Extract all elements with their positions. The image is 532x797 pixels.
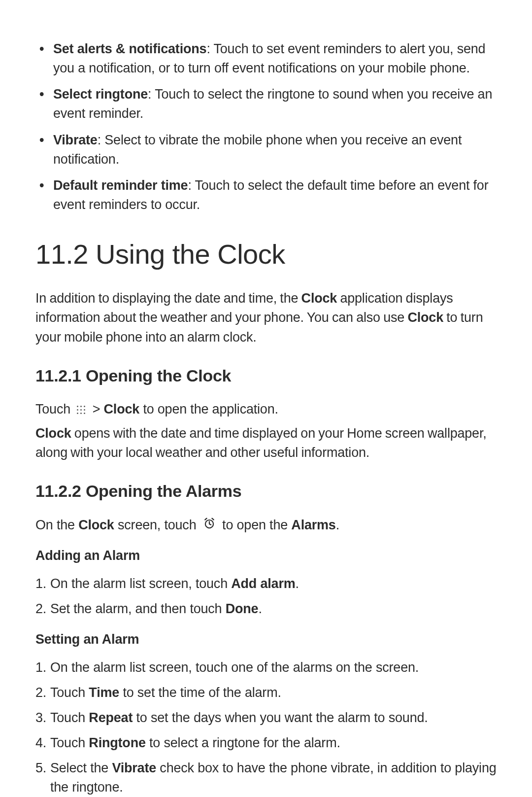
bold-text: Ringtone: [89, 735, 145, 750]
list-item: Set the alarm, and then touch Done.: [35, 599, 497, 619]
bold-text: Time: [89, 685, 119, 700]
text: On the alarm list screen, touch one of t…: [50, 660, 419, 675]
section-heading: 11.2 Using the Clock: [35, 234, 497, 274]
text: .: [258, 601, 262, 616]
setting-alarm-steps: On the alarm list screen, touch one of t…: [35, 658, 497, 797]
item-label: Set alerts & notifications: [53, 41, 206, 56]
settings-list: Set alerts & notifications: Touch to set…: [35, 39, 497, 214]
text: >: [93, 402, 104, 416]
list-item: Default reminder time: Touch to select t…: [35, 176, 497, 214]
list-item: Select the Vibrate check box to have the…: [35, 759, 497, 797]
text: Select the: [50, 761, 112, 775]
text: Touch: [50, 685, 89, 700]
bold-text: Repeat: [89, 710, 133, 725]
item-desc: : Select to vibrate the mobile phone whe…: [53, 133, 462, 167]
text: to open the: [222, 518, 291, 532]
bold-text: Add alarm: [231, 576, 295, 591]
opening-clock-step: Touch > Clock to open the application.: [35, 400, 497, 419]
list-item: On the alarm list screen, touch Add alar…: [35, 574, 497, 593]
bold-text: Done: [226, 601, 259, 616]
item-label: Default reminder time: [53, 178, 188, 193]
list-item: Set alerts & notifications: Touch to set…: [35, 39, 497, 78]
opening-alarms-step: On the Clock screen, touch to open the A…: [35, 516, 497, 535]
bold-text: Vibrate: [112, 761, 156, 775]
bold-text: Clock: [78, 518, 114, 532]
svg-line-4: [212, 519, 213, 520]
list-item: On the alarm list screen, touch one of t…: [35, 658, 497, 677]
text: to set the days when you want the alarm …: [133, 710, 428, 725]
subsection-heading: 11.2.2 Opening the Alarms: [35, 479, 497, 503]
list-item: Touch Time to set the time of the alarm.: [35, 683, 497, 702]
opening-clock-desc: Clock opens with the date and time displ…: [35, 424, 497, 462]
text: opens with the date and time displayed o…: [35, 426, 487, 460]
text: .: [296, 576, 299, 591]
text: On the alarm list screen, touch: [50, 576, 231, 591]
bold-text: Alarms: [291, 518, 335, 532]
setting-alarm-heading: Setting an Alarm: [35, 630, 497, 649]
bold-text: Clock: [35, 426, 71, 441]
svg-line-2: [209, 524, 211, 525]
intro-paragraph: In addition to displaying the date and t…: [35, 289, 497, 347]
document-page: Set alerts & notifications: Touch to set…: [0, 0, 532, 797]
list-item: Select ringtone: Touch to select the rin…: [35, 85, 497, 123]
text: In addition to displaying the date and t…: [35, 291, 301, 306]
bold-text: Clock: [104, 402, 140, 416]
svg-line-3: [205, 519, 206, 520]
text: Set the alarm, and then touch: [50, 601, 226, 616]
bold-text: Clock: [407, 310, 443, 325]
alarm-clock-icon: [203, 516, 216, 535]
list-item: Vibrate: Select to vibrate the mobile ph…: [35, 131, 497, 169]
text: to select a ringtone for the alarm.: [146, 735, 340, 750]
text: to open the application.: [139, 402, 278, 416]
bold-text: Clock: [301, 291, 337, 306]
apps-grid-icon: [76, 405, 87, 416]
text: to set the time of the alarm.: [119, 685, 281, 700]
text: On the: [35, 518, 78, 532]
text: .: [336, 518, 339, 532]
list-item: Touch Ringtone to select a ringtone for …: [35, 733, 497, 753]
text: screen, touch: [114, 518, 200, 532]
text: Touch: [50, 735, 89, 750]
adding-alarm-heading: Adding an Alarm: [35, 546, 497, 565]
adding-alarm-steps: On the alarm list screen, touch Add alar…: [35, 574, 497, 619]
list-item: Touch Repeat to set the days when you wa…: [35, 708, 497, 728]
text: Touch: [50, 710, 89, 725]
item-label: Vibrate: [53, 133, 98, 147]
text: Touch: [35, 402, 74, 416]
item-label: Select ringtone: [53, 87, 148, 102]
subsection-heading: 11.2.1 Opening the Clock: [35, 364, 497, 388]
